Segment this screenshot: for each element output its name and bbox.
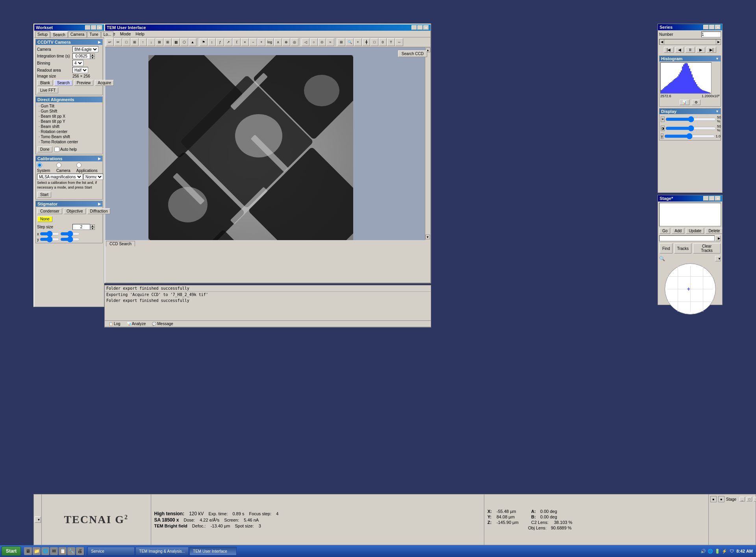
- stage-dropdown-btn[interactable]: ▼: [715, 256, 721, 261]
- series-number-input[interactable]: [701, 31, 721, 37]
- calibrations-normal-select[interactable]: Normal: [83, 174, 103, 180]
- histogram-btn-2[interactable]: ⚙: [692, 100, 700, 105]
- stage-info-max[interactable]: □: [747, 497, 752, 501]
- playback-first[interactable]: |◀: [664, 47, 674, 53]
- toolbar-btn-27[interactable]: ≈: [326, 38, 334, 46]
- alignment-item-tomo-rotation[interactable]: · Tomo Rotation center: [37, 139, 101, 144]
- quicklaunch-6[interactable]: 🔧: [67, 547, 75, 555]
- alignment-item-beam-shift[interactable]: · Beam shift: [37, 124, 101, 129]
- toolbar-btn-6[interactable]: ↓: [147, 38, 155, 46]
- log-tab-message[interactable]: 💬 Message: [149, 321, 176, 326]
- toolbar-btn-5[interactable]: ↑: [139, 38, 147, 46]
- quicklaunch-2[interactable]: 📁: [33, 547, 41, 555]
- toolbar-btn-32[interactable]: □: [371, 38, 378, 46]
- toolbar-btn-26[interactable]: ⊙: [318, 38, 326, 46]
- y-slider-right[interactable]: [60, 237, 80, 242]
- integration-up[interactable]: ▲: [90, 54, 95, 56]
- toolbar-btn-33[interactable]: 0: [379, 38, 387, 46]
- toolbar-btn-24[interactable]: ◁: [302, 38, 309, 46]
- stage-input[interactable]: [659, 235, 715, 241]
- stage-circle[interactable]: +: [665, 263, 716, 315]
- info-dropdown-btn[interactable]: ▼: [35, 516, 41, 523]
- toolbar-btn-16[interactable]: ⁒: [233, 38, 241, 46]
- series-maximize[interactable]: □: [709, 25, 715, 30]
- toolbar-btn-28[interactable]: ⊞: [337, 38, 345, 46]
- scroll-right-btn[interactable]: ▶: [716, 39, 721, 44]
- stage-list[interactable]: [659, 203, 721, 226]
- tab-setup[interactable]: Setup: [35, 31, 50, 37]
- stigmator-expand[interactable]: ▶: [98, 202, 101, 206]
- toolbar-btn-29[interactable]: 🔍: [346, 38, 354, 46]
- alignment-item-rotation-center[interactable]: · Rotation center: [37, 129, 101, 134]
- taskbar-service[interactable]: Service: [87, 547, 135, 555]
- toolbar-btn-4[interactable]: ⊞: [131, 38, 139, 46]
- toolbar-btn-12[interactable]: ⚑: [200, 38, 208, 46]
- tem-maximize[interactable]: □: [417, 25, 423, 30]
- condenser-btn[interactable]: Condenser: [37, 208, 62, 214]
- y-slider-left[interactable]: [40, 237, 59, 242]
- quicklaunch-7[interactable]: 🖨: [76, 547, 84, 555]
- toolbar-btn-23[interactable]: ◎: [291, 38, 298, 46]
- step-down[interactable]: ▼: [90, 227, 95, 230]
- alignment-item-beam-tilt-y[interactable]: · Beam tilt pp Y: [37, 119, 101, 124]
- alignment-item-tomo-beam-shift[interactable]: · Tomo Beam shift: [37, 134, 101, 139]
- minimize-btn[interactable]: _: [85, 25, 91, 30]
- toolbar-btn-2[interactable]: ✂: [114, 38, 122, 46]
- done-btn[interactable]: Done: [37, 146, 52, 152]
- toolbar-btn-10[interactable]: ⬡: [180, 38, 188, 46]
- integration-down[interactable]: ▼: [90, 56, 95, 59]
- search-ccd-btn[interactable]: Search CCD: [398, 50, 427, 57]
- playback-pause[interactable]: ⏸: [686, 47, 695, 53]
- stage-info-close[interactable]: _: [739, 497, 745, 501]
- playback-next[interactable]: ▶: [697, 47, 705, 53]
- stage-maximize[interactable]: □: [709, 196, 715, 201]
- quicklaunch-1[interactable]: 🖥: [24, 547, 32, 555]
- histogram-expand[interactable]: ▼: [715, 57, 719, 61]
- tab-search[interactable]: Search: [50, 31, 68, 37]
- calibrations-start-btn[interactable]: Start: [37, 192, 51, 198]
- step-up[interactable]: ▲: [90, 224, 95, 227]
- search-btn[interactable]: Search: [54, 80, 72, 86]
- quicklaunch-3[interactable]: 🌐: [41, 547, 49, 555]
- quicklaunch-4[interactable]: ✉: [50, 547, 58, 555]
- display-slider-1[interactable]: [665, 117, 716, 121]
- toolbar-btn-9[interactable]: ▦: [172, 38, 180, 46]
- objective-btn[interactable]: Objective: [64, 208, 86, 214]
- taskbar-imaging[interactable]: TEM Imaging & Analysis...: [135, 547, 189, 555]
- tab-lo[interactable]: Lo...: [101, 31, 113, 37]
- alignment-item-beam-tilt-x[interactable]: · Beam tilt pp X: [37, 114, 101, 119]
- toolbar-btn-17[interactable]: ×: [241, 38, 249, 46]
- tab-camera[interactable]: Camera: [68, 31, 87, 37]
- toolbar-btn-13[interactable]: ↕: [208, 38, 216, 46]
- playback-prev[interactable]: ◀: [675, 47, 684, 53]
- stage-update-btn[interactable]: Update: [686, 228, 704, 234]
- log-tab-log[interactable]: 📋 Log: [106, 321, 124, 326]
- blank-btn[interactable]: Blank: [37, 80, 53, 86]
- toolbar-btn-35[interactable]: ↔: [395, 38, 403, 46]
- stage-clear-tracks-btn[interactable]: Clear Tracks: [693, 243, 721, 254]
- toolbar-btn-19[interactable]: +: [258, 38, 265, 46]
- toolbar-btn-15[interactable]: ↗: [224, 38, 232, 46]
- histogram-btn-1[interactable]: 📊: [680, 100, 689, 105]
- calibrations-mode-select[interactable]: MLSA magnifications: [37, 174, 83, 180]
- tem-minimize[interactable]: _: [411, 25, 417, 30]
- menu-help[interactable]: Help: [133, 31, 147, 37]
- readout-select[interactable]: Half: [72, 67, 88, 73]
- stage-add-btn[interactable]: Add: [672, 228, 684, 234]
- toolbar-btn-14[interactable]: ƒ: [216, 38, 224, 46]
- toolbar-btn-1[interactable]: ↩: [106, 38, 114, 46]
- live-fft-btn[interactable]: Live FFT: [37, 87, 58, 93]
- step-size-input[interactable]: [72, 224, 90, 230]
- scroll-left-btn[interactable]: ◀: [660, 39, 664, 44]
- auto-help-checkbox[interactable]: [54, 147, 59, 152]
- acquire-btn[interactable]: Acquire: [95, 80, 114, 86]
- preview-btn[interactable]: Preview: [74, 80, 94, 86]
- stage-close[interactable]: ×: [715, 196, 721, 201]
- toolbar-btn-25[interactable]: ○: [310, 38, 318, 46]
- camera-select[interactable]: BM-Eagle: [72, 46, 98, 52]
- stage-tracks-btn[interactable]: Tracks: [674, 243, 691, 254]
- toolbar-btn-7[interactable]: ⊠: [156, 38, 163, 46]
- radio-system[interactable]: System: [37, 163, 55, 173]
- vertical-scrollbar[interactable]: ▲ ▼: [425, 47, 430, 240]
- series-close[interactable]: ×: [715, 25, 721, 30]
